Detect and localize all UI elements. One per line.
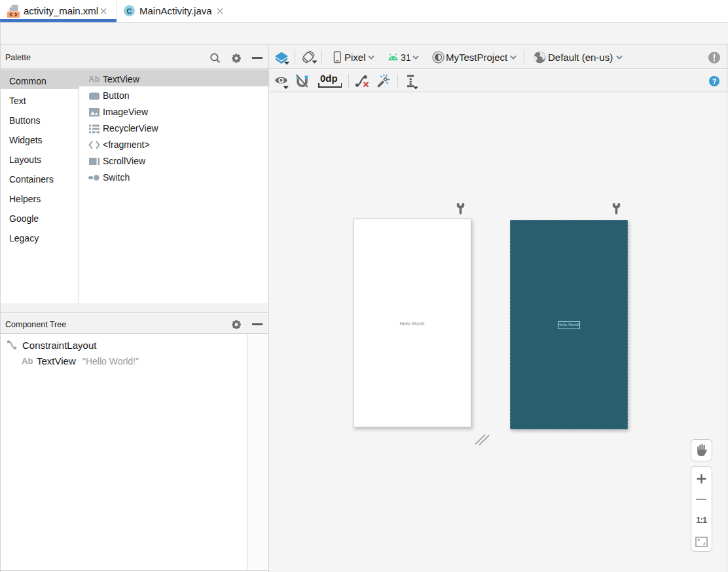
svg-text:C: C: [126, 7, 132, 15]
svg-text:?: ?: [712, 77, 717, 85]
